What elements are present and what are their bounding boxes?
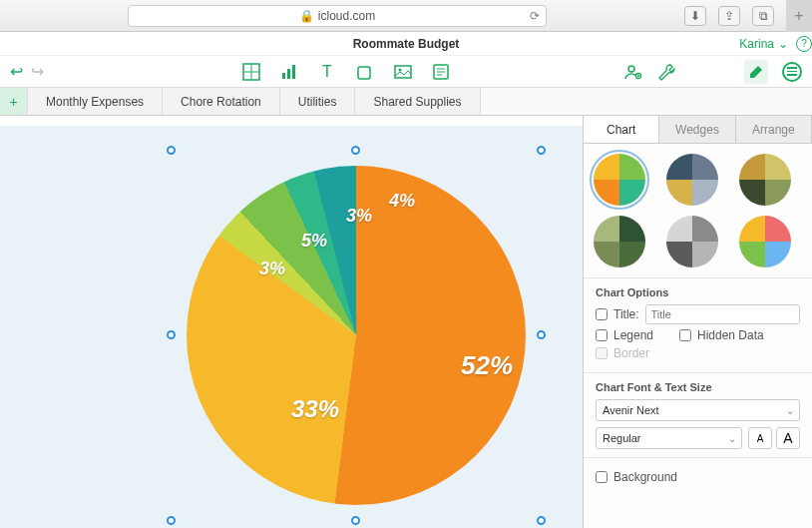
pie-slice-label: 3%	[346, 206, 372, 227]
new-tab-button[interactable]: +	[786, 0, 812, 32]
chevron-down-icon: ⌄	[778, 37, 788, 51]
help-icon[interactable]: ?	[796, 36, 812, 52]
pie-slice-label: 33%	[291, 395, 339, 423]
collaborate-button[interactable]	[622, 62, 642, 82]
pie-slice-label: 5%	[301, 231, 327, 252]
legend-checkbox[interactable]	[596, 329, 608, 341]
chart-style-swatch[interactable]	[666, 216, 718, 267]
chart-selection[interactable]: 52%33%3%5%3%4%	[172, 151, 541, 520]
url-field[interactable]: 🔒 icloud.com ⟳	[128, 5, 547, 27]
organize-inspector-button[interactable]	[782, 62, 802, 82]
svg-text:T: T	[322, 63, 332, 80]
redo-button: ↪	[31, 62, 44, 81]
inspector-tab-chart[interactable]: Chart	[584, 116, 659, 143]
browser-toolbar: 🔒 icloud.com ⟳ ⬇ ⇪ ⧉ +	[0, 0, 812, 32]
resize-handle[interactable]	[537, 330, 546, 339]
sheet-tab[interactable]: Utilities	[280, 88, 356, 115]
chart-style-swatch[interactable]	[594, 154, 645, 206]
svg-rect-7	[358, 67, 370, 79]
inspector-tab-arrange[interactable]: Arrange	[736, 116, 812, 143]
canvas[interactable]: 52%33%3%5%3%4%	[0, 116, 583, 528]
pie-slice-label: 52%	[461, 350, 513, 381]
url-text: icloud.com	[318, 9, 375, 23]
pie-slice-label: 4%	[389, 191, 415, 212]
title-bar: Roommate Budget Karina ⌄ ?	[0, 32, 812, 56]
sheet-tabs: + Monthly Expenses Chore Rotation Utilit…	[0, 88, 812, 116]
svg-rect-5	[292, 65, 295, 79]
undo-button[interactable]: ↩	[10, 62, 23, 81]
hidden-data-checkbox[interactable]	[679, 329, 691, 341]
comment-tool[interactable]	[431, 62, 451, 82]
svg-rect-4	[287, 69, 290, 79]
font-larger-button[interactable]: A	[776, 427, 800, 449]
resize-handle[interactable]	[351, 146, 360, 155]
add-sheet-button[interactable]: +	[0, 88, 28, 115]
title-input[interactable]	[645, 304, 800, 324]
sheet-tab[interactable]: Monthly Expenses	[28, 88, 163, 115]
svg-point-9	[399, 68, 402, 71]
tabs-icon[interactable]: ⧉	[752, 6, 774, 26]
main-toolbar: ↩ ↪ T	[0, 56, 812, 88]
format-inspector: Chart Wedges Arrange Chart Options Title…	[583, 116, 812, 528]
resize-handle[interactable]	[167, 330, 176, 339]
font-heading: Chart Font & Text Size	[596, 381, 800, 393]
title-checkbox[interactable]	[596, 308, 608, 320]
font-family-select[interactable]: Avenir Next	[596, 399, 800, 421]
inspector-tab-wedges[interactable]: Wedges	[659, 116, 735, 143]
download-icon[interactable]: ⬇	[684, 6, 706, 26]
tools-button[interactable]	[656, 62, 676, 82]
chart-style-swatch[interactable]	[739, 216, 791, 267]
chart-options-heading: Chart Options	[596, 286, 800, 298]
chart-style-swatch[interactable]	[666, 154, 718, 206]
format-inspector-button[interactable]	[744, 60, 768, 84]
background-checkbox[interactable]	[596, 471, 608, 483]
resize-handle[interactable]	[167, 516, 176, 525]
text-tool[interactable]: T	[317, 62, 337, 82]
resize-handle[interactable]	[537, 516, 546, 525]
chart-style-swatch[interactable]	[739, 154, 791, 206]
svg-point-14	[628, 66, 634, 72]
resize-handle[interactable]	[351, 516, 360, 525]
chart-style-swatch[interactable]	[594, 216, 645, 267]
table-tool[interactable]	[241, 62, 261, 82]
document-title: Roommate Budget	[353, 37, 460, 51]
border-checkbox	[596, 347, 608, 359]
chart-tool[interactable]	[279, 62, 299, 82]
pie-slice-label: 3%	[259, 259, 285, 279]
resize-handle[interactable]	[537, 146, 546, 155]
sheet-tab[interactable]: Shared Supplies	[355, 88, 480, 115]
reload-icon[interactable]: ⟳	[530, 9, 540, 23]
sheet-tab[interactable]: Chore Rotation	[163, 88, 280, 115]
shape-tool[interactable]	[355, 62, 375, 82]
resize-handle[interactable]	[167, 146, 176, 155]
font-weight-select[interactable]: Regular	[596, 427, 742, 449]
chart-styles	[584, 144, 812, 277]
font-smaller-button[interactable]: A	[748, 427, 772, 449]
share-icon[interactable]: ⇪	[718, 6, 740, 26]
svg-rect-3	[282, 73, 285, 79]
media-tool[interactable]	[393, 62, 413, 82]
user-menu[interactable]: Karina ⌄	[739, 37, 796, 51]
